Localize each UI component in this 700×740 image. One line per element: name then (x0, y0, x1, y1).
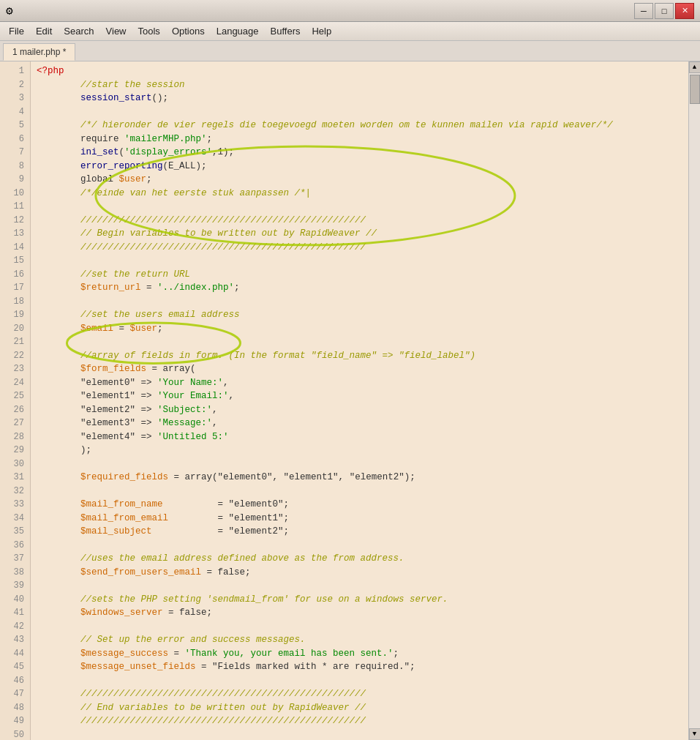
app-icon: ⚙ (6, 4, 13, 18)
menu-edit[interactable]: Edit (30, 24, 58, 38)
code-line-20: $email = $user; (37, 322, 682, 336)
code-line-5: /*/ hieronder de vier regels die toegevo… (37, 119, 682, 132)
tab-bar: 1 mailer.php * (0, 41, 700, 61)
menu-view[interactable]: View (100, 24, 132, 38)
code-line-6: require 'mailerMHP.php'; (37, 132, 682, 146)
maximize-button[interactable]: □ (655, 3, 674, 19)
code-line-40: //sets the PHP setting 'sendmail_from' f… (37, 593, 682, 607)
code-line-43: // Set up the error and success messages… (37, 633, 682, 647)
code-line-23: $form_fields = array( (37, 362, 682, 376)
scrollbar-track[interactable] (689, 73, 700, 728)
code-line-2: //start the session (37, 78, 682, 92)
code-line-45: $message_unset_fields = "Fields marked w… (37, 660, 682, 674)
code-line-21 (37, 335, 682, 349)
code-line-22: //array of fields in form. (In the forma… (37, 349, 682, 363)
tab-mailer[interactable]: 1 mailer.php * (3, 43, 75, 61)
scrollbar-up[interactable]: ▲ (689, 61, 701, 73)
code-line-26: "element2" => 'Subject:', (37, 403, 682, 417)
scrollbar-down[interactable]: ▼ (689, 728, 701, 740)
code-line-35: $mail_subject = "element2"; (37, 525, 682, 539)
code-line-39 (37, 579, 682, 593)
editor-container: 1234567891011121314151617181920212223242… (0, 61, 700, 740)
code-line-10: /*/einde van het eerste stuk aanpassen /… (37, 187, 682, 201)
code-line-4 (37, 105, 682, 119)
code-line-32 (37, 485, 682, 498)
scrollbar[interactable]: ▲ ▼ (688, 61, 700, 740)
code-line-37: //uses the email address defined above a… (37, 552, 682, 566)
code-line-1: <?php (37, 64, 682, 78)
code-line-7: ini_set('display_errors',1); (37, 146, 682, 160)
line-numbers: 1234567891011121314151617181920212223242… (0, 61, 31, 740)
code-line-18 (37, 295, 682, 309)
code-line-30 (37, 457, 682, 471)
menu-buffers[interactable]: Buffers (265, 24, 306, 38)
menu-search[interactable]: Search (58, 24, 99, 38)
code-line-9: global $user; (37, 173, 682, 187)
menu-tools[interactable]: Tools (132, 24, 166, 38)
code-line-31: $required_fields = array("element0", "el… (37, 471, 682, 485)
code-line-17: $return_url = '../index.php'; (37, 281, 682, 295)
title-bar: ⚙ ─ □ ✕ (0, 0, 700, 22)
code-line-12: ////////////////////////////////////////… (37, 214, 682, 228)
code-line-41: $windows_server = false; (37, 606, 682, 620)
menu-bar: File Edit Search View Tools Options Lang… (0, 22, 700, 41)
menu-options[interactable]: Options (166, 24, 211, 38)
code-line-15 (37, 254, 682, 268)
code-line-44: $message_success = 'Thank you, your emai… (37, 647, 682, 661)
code-line-42 (37, 620, 682, 634)
code-line-34: $mail_from_email = "element1"; (37, 512, 682, 526)
menu-help[interactable]: Help (306, 24, 337, 38)
code-line-28: "element4" => 'Untitled 5:' (37, 430, 682, 444)
menu-language[interactable]: Language (211, 24, 265, 38)
code-line-47: ////////////////////////////////////////… (37, 687, 682, 701)
code-line-24: "element0" => 'Your Name:', (37, 376, 682, 390)
code-area[interactable]: <?php //start the session session_start(… (31, 61, 688, 740)
code-line-50 (37, 728, 682, 741)
code-line-49: ////////////////////////////////////////… (37, 714, 682, 728)
code-line-19: //set the users email address (37, 308, 682, 322)
code-line-14: ////////////////////////////////////////… (37, 241, 682, 255)
code-line-38: $send_from_users_email = false; (37, 566, 682, 580)
code-line-3: session_start(); (37, 91, 682, 105)
code-line-16: //set the return URL (37, 268, 682, 282)
code-line-25: "element1" => 'Your Email:', (37, 389, 682, 403)
code-line-46 (37, 674, 682, 688)
minimize-button[interactable]: ─ (634, 3, 653, 19)
code-line-29: ); (37, 444, 682, 457)
scrollbar-thumb[interactable] (690, 75, 700, 104)
code-line-36 (37, 539, 682, 553)
code-line-11 (37, 200, 682, 214)
code-line-48: // End variables to be written out by Ra… (37, 701, 682, 715)
code-line-8: error_reporting(E_ALL); (37, 160, 682, 173)
code-line-33: $mail_from_name = "element0"; (37, 498, 682, 512)
title-controls: ─ □ ✕ (634, 3, 694, 19)
code-line-13: // Begin variables to be written out by … (37, 227, 682, 241)
close-button[interactable]: ✕ (675, 3, 694, 19)
code-line-27: "element3" => 'Message:', (37, 416, 682, 430)
menu-file[interactable]: File (3, 24, 30, 38)
